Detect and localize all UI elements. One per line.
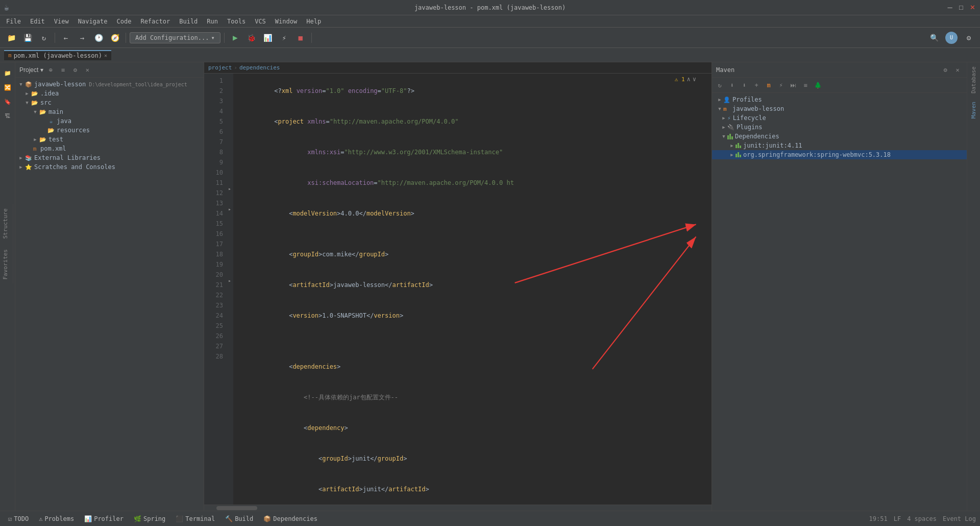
maven-exec-btn[interactable]: m: [763, 80, 774, 91]
maven-profiles[interactable]: ▶ 👤 Profiles: [712, 95, 967, 104]
vtab-database[interactable]: Database: [968, 62, 979, 98]
debug-button[interactable]: 🐞: [244, 31, 259, 45]
tree-pom-xml[interactable]: m pom.xml: [15, 144, 204, 153]
coverage-button[interactable]: 📊: [261, 31, 275, 45]
maximize-button[interactable]: □: [958, 4, 965, 11]
status-todo[interactable]: ☑ TODO: [4, 514, 33, 523]
status-build[interactable]: 🔨 Build: [221, 514, 257, 523]
status-profiler[interactable]: 📊 Profiler: [80, 514, 128, 523]
scrollbar-thumb[interactable]: [216, 506, 257, 510]
maven-dependencies[interactable]: ▼ Dependencies: [712, 132, 967, 141]
vtab-structure[interactable]: Structure: [0, 204, 13, 243]
project-collapse-btn[interactable]: ≡: [58, 65, 68, 75]
tree-idea-folder[interactable]: ▶ 📂 .idea: [15, 89, 204, 98]
code-line-10: [237, 331, 707, 341]
maven-add-btn[interactable]: +: [751, 80, 762, 91]
vtab-favorites[interactable]: Favorites: [0, 245, 13, 284]
menu-navigate[interactable]: Navigate: [74, 17, 112, 26]
toolbar-forward-btn[interactable]: →: [75, 31, 89, 45]
menu-vcs[interactable]: VCS: [251, 17, 270, 26]
add-configuration-button[interactable]: Add Configuration... ▾: [130, 32, 220, 43]
status-lf[interactable]: LF: [894, 515, 901, 522]
stop-button[interactable]: ■: [293, 31, 308, 45]
search-everywhere-button[interactable]: 🔍: [927, 31, 941, 45]
maven-skip-btn[interactable]: ⏭: [788, 80, 799, 91]
run-button[interactable]: ▶: [228, 31, 242, 45]
tree-src-folder[interactable]: ▼ 📂 src: [15, 98, 204, 107]
status-terminal[interactable]: ⬛ Terminal: [172, 514, 219, 523]
menu-edit[interactable]: Edit: [26, 17, 49, 26]
project-settings-btn[interactable]: ⚙: [70, 65, 80, 75]
toolbar-recent-btn[interactable]: 🕐: [91, 31, 106, 45]
tree-root-module[interactable]: ▼ 📦 javaweb-lesson D:\development_tool\i…: [15, 80, 204, 89]
project-panel-dropdown[interactable]: Project ▾: [19, 66, 43, 74]
minimize-button[interactable]: ─: [946, 4, 953, 11]
horizontal-scrollbar[interactable]: [204, 505, 712, 511]
close-button[interactable]: ✕: [969, 4, 976, 11]
toolbar-save-btn[interactable]: 💾: [20, 31, 35, 45]
project-close-btn[interactable]: ✕: [82, 65, 92, 75]
todo-icon: ☑: [8, 515, 12, 522]
toolbar-nav-btn[interactable]: 🧭: [108, 31, 122, 45]
commit-icon[interactable]: 🔀: [1, 81, 14, 94]
maven-close-btn[interactable]: ✕: [952, 65, 963, 75]
menu-tools[interactable]: Tools: [223, 17, 250, 26]
tab-pom-xml[interactable]: m pom.xml (javaweb-lesson) ✕: [4, 50, 111, 60]
maven-download-src-btn[interactable]: ⬇: [739, 80, 750, 91]
scratches-label: Scratches and Consoles: [34, 163, 115, 171]
menu-build[interactable]: Build: [175, 17, 202, 26]
vtab-maven[interactable]: Maven: [968, 98, 979, 123]
project-locate-btn[interactable]: ⊕: [45, 65, 56, 75]
structure-icon[interactable]: 🏗: [1, 109, 14, 123]
menu-file[interactable]: File: [2, 17, 25, 26]
maven-tree-toggle-btn[interactable]: 🌲: [812, 80, 823, 91]
breadcrumb-project[interactable]: project: [208, 64, 232, 71]
nav-arrow-down[interactable]: ∨: [693, 76, 696, 83]
maven-plugins[interactable]: ▶ 🔌 Plugins: [712, 123, 967, 132]
maven-lifecycle-btn[interactable]: ⚡: [775, 80, 787, 91]
user-avatar[interactable]: U: [945, 32, 958, 44]
maven-download-btn[interactable]: ⬇: [726, 80, 738, 91]
maven-module[interactable]: ▼ m javaweb-lesson: [712, 104, 967, 113]
tree-scratches[interactable]: ▶ ⭐ Scratches and Consoles: [15, 162, 204, 172]
settings-button[interactable]: ⚙: [962, 31, 976, 45]
status-problems[interactable]: ⚠ Problems: [35, 514, 78, 523]
toolbar-back-btn[interactable]: ←: [59, 31, 73, 45]
tree-test-folder[interactable]: ▶ 📂 test: [15, 135, 204, 144]
menu-window[interactable]: Window: [271, 17, 301, 26]
toolbar-refresh-btn[interactable]: ↻: [37, 31, 51, 45]
tree-resources-folder[interactable]: 📂 resources: [15, 126, 204, 135]
menu-code[interactable]: Code: [113, 17, 136, 26]
tree-main-folder[interactable]: ▼ 📂 main: [15, 107, 204, 116]
maven-dep-junit[interactable]: ▶ junit:junit:4.11: [712, 141, 967, 150]
status-spring[interactable]: 🌿 Spring: [130, 514, 169, 523]
status-spaces[interactable]: 4 spaces: [907, 515, 937, 522]
tab-close-button[interactable]: ✕: [104, 53, 107, 58]
tree-java-folder[interactable]: ☕ java: [15, 116, 204, 126]
fold-marker-14[interactable]: ▸: [228, 206, 231, 212]
fold-marker-21[interactable]: ▸: [228, 278, 231, 283]
bookmarks-icon[interactable]: 🔖: [1, 95, 14, 108]
menu-help[interactable]: Help: [302, 17, 325, 26]
maven-lifecycle[interactable]: ▶ ⚡ Lifecycle: [712, 113, 967, 123]
maven-settings-btn[interactable]: ⚙: [940, 65, 950, 75]
build-icon: 🔨: [225, 515, 233, 522]
profile-button[interactable]: ⚡: [277, 31, 291, 45]
maven-collapse-btn[interactable]: ≡: [800, 80, 811, 91]
project-view-icon[interactable]: 📁: [1, 66, 14, 80]
nav-arrow-up[interactable]: ∧: [687, 76, 691, 83]
toolbar-open-btn[interactable]: 📁: [4, 31, 18, 45]
maven-reload-btn[interactable]: ↻: [714, 80, 725, 91]
menu-run[interactable]: Run: [203, 17, 222, 26]
maven-dep-spring[interactable]: ▶ org.springframework:spring-webmvc:5.3.…: [712, 150, 967, 159]
menu-refactor[interactable]: Refactor: [136, 17, 174, 26]
idea-label: .idea: [40, 90, 59, 97]
fold-marker-12[interactable]: ▸: [228, 186, 231, 192]
menu-view[interactable]: View: [50, 17, 73, 26]
status-event-log[interactable]: Event Log: [943, 515, 976, 522]
pom-file-icon: m: [31, 145, 39, 153]
tree-external-libraries[interactable]: ▶ 📚 External Libraries: [15, 153, 204, 162]
status-dependencies[interactable]: 📦 Dependencies: [259, 514, 322, 523]
breadcrumb-dependencies[interactable]: dependencies: [239, 64, 280, 71]
code-editor[interactable]: <?xml version="1.0" encoding="UTF-8"?> <…: [233, 74, 712, 505]
